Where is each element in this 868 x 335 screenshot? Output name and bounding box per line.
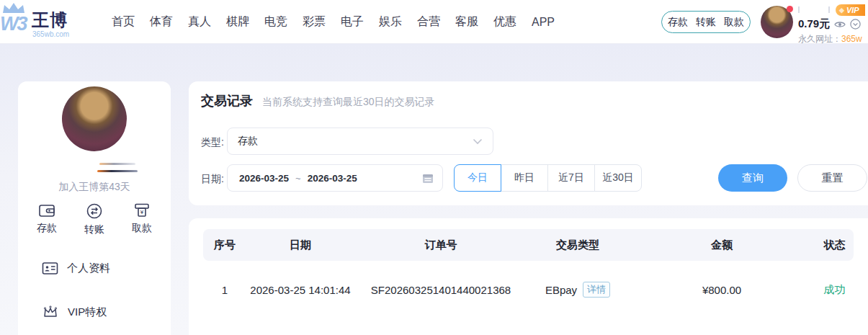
transaction-type: EBpay <box>545 284 577 296</box>
nav-item-lottery[interactable]: 彩票 <box>303 14 326 30</box>
calendar-icon <box>422 173 434 184</box>
column-header-date: 日期 <box>246 238 354 252</box>
cell-status: 成功 <box>815 283 854 297</box>
main-nav: 首页 体育 真人 棋牌 电竞 彩票 电子 娱乐 合营 客服 优惠 APP <box>112 0 555 44</box>
page-background: 加入王博第43天 存款 转账 ¥ 取款 <box>0 44 868 335</box>
range-7days-button[interactable]: 近7日 <box>547 164 595 192</box>
logo-mark: W3 <box>0 13 27 35</box>
vip-badge[interactable]: ◆ VIP <box>836 4 865 16</box>
column-header-type: 交易类型 <box>527 238 628 252</box>
sidebar-transfer-action[interactable]: 转账 <box>84 202 104 236</box>
quick-action-label: 存款 <box>37 222 57 235</box>
page-subtitle: 当前系统支持查询最近30日的交易记录 <box>262 96 435 109</box>
username-redacted <box>99 163 135 165</box>
eye-icon[interactable] <box>834 20 846 29</box>
nav-item-board[interactable]: 棋牌 <box>226 14 249 30</box>
column-header-order-no: 订单号 <box>354 238 527 252</box>
profile-sidebar: 加入王博第43天 存款 转账 ¥ 取款 <box>18 81 171 335</box>
cell-type: EBpay 详情 <box>527 282 628 298</box>
nav-item-promo[interactable]: 优惠 <box>493 14 516 30</box>
sidebar-quick-actions: 存款 转账 ¥ 取款 <box>18 202 171 236</box>
chevron-down-icon[interactable] <box>850 19 861 30</box>
transaction-table-card: 序号 日期 订单号 交易类型 金额 状态 1 2026-03-25 14:01:… <box>189 218 868 335</box>
wallet-icon <box>38 202 55 218</box>
detail-tag-button[interactable]: 详情 <box>583 282 610 298</box>
nav-item-sports[interactable]: 体育 <box>150 14 173 30</box>
date-separator: ~ <box>295 173 301 184</box>
cell-date: 2026-03-25 14:01:44 <box>246 284 354 296</box>
date-label: 日期: <box>201 173 224 186</box>
logo-name: 王博 <box>32 9 68 32</box>
column-header-index: 序号 <box>203 238 246 252</box>
nav-item-home[interactable]: 首页 <box>112 14 135 30</box>
table-header-row: 序号 日期 订单号 交易类型 金额 状态 <box>203 229 854 261</box>
transfer-link[interactable]: 转账 <box>696 16 716 29</box>
search-button[interactable]: 查询 <box>718 164 787 192</box>
nav-item-live[interactable]: 真人 <box>188 14 211 30</box>
cell-amount: ¥800.00 <box>628 284 815 296</box>
sidebar-item-vip[interactable]: VIP特权 <box>42 305 107 319</box>
page-title: 交易记录 <box>201 92 253 110</box>
vip-badge-label: VIP <box>846 6 859 14</box>
transaction-filter-card: 交易记录 当前系统支持查询最近30日的交易记录 类型: 存款 日期: 2026-… <box>189 81 868 205</box>
username-redacted <box>828 6 830 13</box>
quick-action-label: 取款 <box>132 222 152 235</box>
cell-order-no: SF202603251401440021368 <box>354 284 527 296</box>
nav-item-app[interactable]: APP <box>532 16 555 29</box>
type-select[interactable]: 存款 <box>227 128 493 155</box>
type-label: 类型: <box>201 136 224 149</box>
sidebar-item-label: 个人资料 <box>67 262 110 275</box>
nav-item-service[interactable]: 客服 <box>455 14 478 30</box>
withdraw-link[interactable]: 取款 <box>724 16 744 29</box>
range-30days-button[interactable]: 近30日 <box>594 164 642 192</box>
type-select-value: 存款 <box>238 135 473 148</box>
column-header-status: 状态 <box>815 238 854 252</box>
range-yesterday-button[interactable]: 昨日 <box>501 164 548 192</box>
sidebar-deposit-action[interactable]: 存款 <box>37 202 57 236</box>
transfer-icon <box>86 202 103 220</box>
column-header-amount: 金额 <box>628 238 815 252</box>
wallet-actions-pill: 存款 转账 取款 <box>661 11 751 33</box>
notification-dot <box>787 6 793 12</box>
crown-icon <box>42 305 59 319</box>
balance-amount: 0.79元 <box>798 17 830 31</box>
nav-item-partner[interactable]: 合营 <box>417 14 440 30</box>
gem-icon: ◆ <box>839 6 844 14</box>
quick-range-group: 今日 昨日 近7日 近30日 <box>454 164 642 192</box>
site-logo[interactable]: W3 王博 365wb.com <box>0 0 86 44</box>
sidebar-item-profile[interactable]: 个人资料 <box>42 262 110 275</box>
nav-item-esports[interactable]: 电竞 <box>264 14 287 30</box>
svg-text:¥: ¥ <box>140 209 144 215</box>
top-navigation-bar: W3 王博 365wb.com 首页 体育 真人 棋牌 电竞 彩票 电子 娱乐 … <box>0 0 868 44</box>
nav-item-slots[interactable]: 电子 <box>341 14 364 30</box>
range-today-button[interactable]: 今日 <box>454 164 501 192</box>
date-from-value: 2026-03-25 <box>239 173 289 184</box>
sidebar-withdraw-action[interactable]: ¥ 取款 <box>132 202 152 236</box>
date-range-input[interactable]: 2026-03-25 ~ 2026-03-25 <box>227 164 443 192</box>
username-redacted <box>798 6 800 13</box>
withdraw-icon: ¥ <box>133 202 151 218</box>
quick-action-label: 转账 <box>84 223 104 236</box>
avatar <box>62 86 127 151</box>
cell-index: 1 <box>203 284 246 296</box>
sidebar-item-label: VIP特权 <box>68 305 107 319</box>
table-row: 1 2026-03-25 14:01:44 SF2026032514014400… <box>203 274 854 305</box>
id-card-icon <box>42 262 58 275</box>
date-to-value: 2026-03-25 <box>308 173 357 184</box>
join-days-text: 加入王博第43天 <box>18 181 171 194</box>
logo-domain: 365wb.com <box>32 30 69 38</box>
deposit-link[interactable]: 存款 <box>668 16 688 29</box>
reset-button[interactable]: 重置 <box>797 164 867 192</box>
username-redacted <box>97 170 138 172</box>
nav-item-entertainment[interactable]: 娱乐 <box>379 14 402 30</box>
chevron-down-icon <box>473 138 483 145</box>
